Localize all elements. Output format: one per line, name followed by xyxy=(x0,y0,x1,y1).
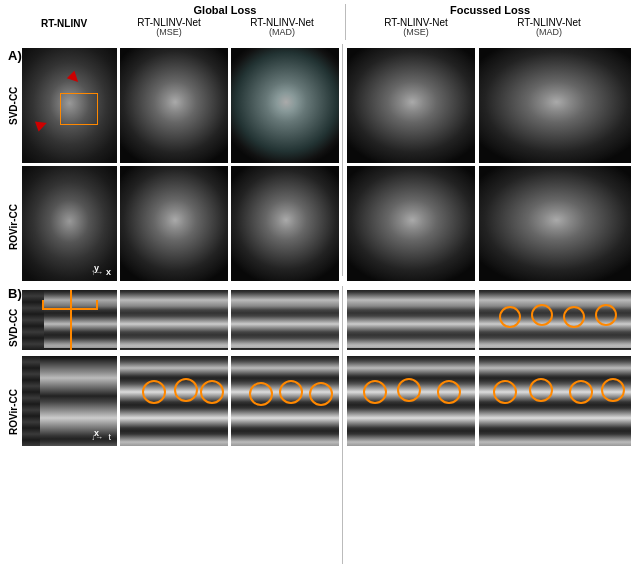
a-focussed-mse-svdcc-image xyxy=(347,48,475,163)
a-rtnlinv-svdcc-image: ▶ ▶ xyxy=(22,48,117,163)
global-mse-sub: (MSE) xyxy=(115,27,223,37)
a-global-mad-svdcc-image xyxy=(231,48,339,163)
rt-nlinv-header: RT-NLINV xyxy=(28,18,100,29)
global-loss-header: Global Loss xyxy=(115,4,335,16)
a-focussed-mad-rovirc-image xyxy=(479,166,631,281)
b-rtnlinv-rovirc-mmode: x t ↓→ xyxy=(22,356,117,446)
a-focussed-mad-svdcc-image xyxy=(479,48,631,163)
rovir-cc-label-a: ROVir-CC xyxy=(4,190,22,265)
focussed-loss-header: Focussed Loss xyxy=(352,4,628,16)
b-focussed-mad-rovirc-mmode xyxy=(479,356,631,446)
orange-hline-b xyxy=(42,308,97,310)
b-focussed-mad-svdcc-mmode xyxy=(479,290,631,350)
x-axis-label-a: x xyxy=(106,267,111,277)
b-focussed-mse-rovirc-mmode xyxy=(347,356,475,446)
b-global-mse-rovirc-mmode xyxy=(120,356,228,446)
orange-bracket-right xyxy=(96,300,98,310)
a-global-mse-svdcc-image xyxy=(120,48,228,163)
focussed-mad-sub: (MAD) xyxy=(485,27,613,37)
main-container: A) RT-NLINV Global Loss RT-NLINV-Net (MS… xyxy=(0,0,640,573)
section-a-label: A) xyxy=(8,48,22,63)
global-mad-sub: (MAD) xyxy=(228,27,336,37)
a-section-divider xyxy=(342,44,343,276)
t-axis-b: t xyxy=(108,432,111,442)
b-section-divider xyxy=(342,286,343,564)
svd-cc-label-a: SVD-CC xyxy=(4,68,22,143)
axis-arrows-a: ↑→ xyxy=(91,268,103,277)
a-rtnlinv-rovirc-image: y x ↑→ xyxy=(22,166,117,281)
focussed-mse-sub: (MSE) xyxy=(352,27,480,37)
b-rtnlinv-svdcc-mmode xyxy=(22,290,117,350)
axis-arrows-b: ↓→ xyxy=(91,433,103,442)
header-divider xyxy=(345,4,346,40)
a-global-mse-rovirc-image xyxy=(120,166,228,281)
svd-cc-label-b: SVD-CC xyxy=(4,305,22,350)
section-b-label: B) xyxy=(8,286,22,301)
a-focussed-mse-rovirc-image xyxy=(347,166,475,281)
b-global-mad-svdcc-mmode xyxy=(231,290,339,350)
a-global-mad-rovirc-image xyxy=(231,166,339,281)
b-focussed-mse-svdcc-mmode xyxy=(347,290,475,350)
b-global-mse-svdcc-mmode xyxy=(120,290,228,350)
orange-bracket-left xyxy=(42,300,44,310)
b-global-mad-rovirc-mmode xyxy=(231,356,339,446)
rovir-cc-label-b: ROVir-CC xyxy=(4,382,22,442)
